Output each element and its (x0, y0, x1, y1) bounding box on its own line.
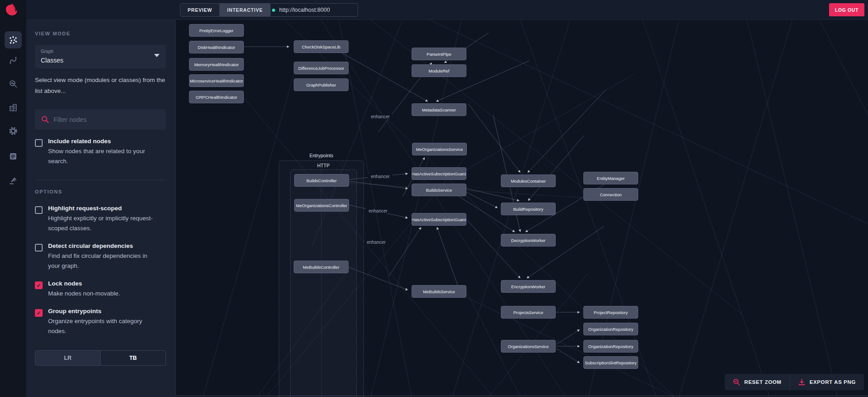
option-lock-nodes: ✓ Lock nodes Make nodes non-movable. (35, 279, 168, 299)
edge-label-enhancer: enhancer (366, 208, 390, 213)
graph-node[interactable]: GRPCHealthIndicator (189, 91, 244, 103)
logs-icon (9, 152, 18, 161)
option-detect-circular: Detect circular dependencies Find and fi… (35, 241, 168, 271)
graph-node[interactable]: BuildsController (294, 174, 349, 187)
options-heading: OPTIONS (35, 189, 63, 194)
graph-node[interactable]: Connection (583, 188, 638, 201)
graph-select-label: Graph (41, 49, 53, 54)
graph-node[interactable]: HasActiveSubscriptionGuard (412, 213, 466, 226)
option-title: Detect circular dependencies (48, 241, 158, 251)
graph-node[interactable]: MeBuildsController (294, 261, 349, 273)
reset-zoom-button[interactable]: RESET ZOOM (725, 374, 790, 390)
inspect-icon (9, 79, 18, 88)
graph-node[interactable]: ParseIntPipe (412, 48, 466, 60)
graph-node[interactable]: ProjectRepository (583, 306, 638, 319)
graph-node[interactable]: MetadataScanner (412, 103, 466, 116)
highlight-request-scoped-checkbox[interactable] (35, 206, 43, 214)
graph-node[interactable]: EntityManager (583, 172, 638, 184)
include-related-title: Include related nodes (48, 136, 152, 146)
graph-node[interactable]: DecryptionWorker (501, 234, 556, 247)
rail-item-inspect[interactable] (5, 75, 22, 92)
group-label-http: HTTP (290, 163, 357, 168)
rail-item-graph-view[interactable] (5, 31, 22, 48)
logout-button[interactable]: LOG OUT (829, 3, 864, 16)
canvas-controls: RESET ZOOM EXPORT AS PNG (725, 374, 864, 390)
icon-rail (0, 0, 26, 397)
graph-node[interactable]: MemoryHealthIndicator (189, 58, 244, 71)
graph-node[interactable]: ModuleRef (412, 64, 466, 77)
graph-node[interactable]: BuildRepository (501, 203, 556, 215)
graph-node[interactable]: DiskHealthIndicator (189, 41, 244, 53)
view-mode-hint: Select view mode (modules or classes) fr… (35, 75, 167, 97)
filter-nodes-input[interactable] (53, 116, 158, 123)
option-desc: Make nodes non-movable. (48, 289, 161, 299)
view-tabs: PREVIEW INTERACTIVE (180, 3, 271, 17)
include-related-checkbox[interactable] (35, 139, 43, 147)
option-highlight-request-scoped: Highlight request-scoped Highlight expli… (35, 203, 168, 233)
detect-circular-checkbox[interactable] (35, 244, 43, 252)
option-title: Lock nodes (48, 279, 161, 288)
layout-direction-toggle: LR TB (35, 350, 166, 366)
graph-canvas[interactable]: Entrypoints HTTP enhancer enhancer enhan… (176, 20, 868, 397)
option-desc: Find and fix circular dependencies in yo… (48, 251, 158, 271)
graph-node[interactable]: GraphPublisher (294, 78, 349, 91)
graph-node[interactable]: PrettyErrorLogger (189, 24, 244, 37)
graph-node[interactable]: HasActiveSubscriptionGuard (412, 167, 466, 180)
graph-node[interactable]: CheckDiskSpaceLib (294, 40, 349, 53)
graph-node[interactable]: MeOrganizationsController (294, 199, 349, 212)
graph-select-value: Classes (41, 57, 63, 64)
lock-nodes-checkbox[interactable]: ✓ (35, 281, 43, 289)
option-desc: Highlight explicitly or implicitly reque… (48, 213, 161, 233)
graph-node[interactable]: OrganizationsService (501, 340, 556, 353)
graph-node[interactable]: ProjectsService (501, 306, 556, 319)
graph-select[interactable]: Graph Classes (35, 45, 166, 68)
connection-status-dot (272, 9, 275, 12)
graph-node[interactable]: OrganizationRepository (583, 323, 638, 335)
rail-item-settings[interactable] (5, 122, 22, 140)
reset-zoom-label: RESET ZOOM (744, 379, 781, 385)
target-url-field[interactable]: http://localhost:8000 (266, 3, 358, 17)
option-group-entrypoints: ✓ Group entrypoints Organize entrypoints… (35, 306, 168, 336)
include-related-row: Include related nodes Show nodes that ar… (35, 136, 168, 166)
graph-node[interactable]: BuildsService (412, 184, 466, 196)
zoom-out-icon (733, 378, 740, 386)
graph-node[interactable]: SubscriptionSlotRepository (583, 356, 638, 369)
view-mode-heading: VIEW MODE (35, 31, 71, 36)
tab-preview[interactable]: PREVIEW (180, 4, 219, 16)
search-icon (41, 116, 49, 123)
rail-item-logs[interactable] (5, 148, 22, 165)
top-bar: PREVIEW INTERACTIVE http://localhost:800… (26, 0, 868, 20)
edge-label-enhancer: enhancer (368, 174, 393, 179)
organizations-icon (9, 103, 18, 112)
graph-node[interactable]: MicroserviceHealthIndicator (189, 74, 244, 87)
sidebar: VIEW MODE Graph Classes Select view mode… (26, 20, 176, 397)
graph-node[interactable]: EncryptionWorker (501, 280, 556, 293)
include-related-desc: Show nodes that are related to your sear… (48, 146, 152, 166)
edge-label-enhancer: enhancer (368, 114, 393, 119)
nestjs-logo (5, 3, 18, 18)
graph-node[interactable]: DifferenceJobProcessor (294, 62, 349, 74)
rail-item-routes[interactable] (5, 52, 22, 69)
group-label-entrypoints: Entrypoints (279, 153, 364, 158)
edge-label-enhancer: enhancer (364, 240, 388, 245)
direction-tb-button[interactable]: TB (100, 351, 165, 365)
routes-icon (9, 56, 18, 65)
rail-item-organizations[interactable] (5, 99, 22, 116)
canvas-bottom-scrollbar[interactable] (176, 396, 868, 396)
graph-view-icon (9, 35, 18, 44)
rail-item-audit[interactable] (5, 172, 22, 189)
direction-lr-button[interactable]: LR (35, 351, 100, 365)
export-png-button[interactable]: EXPORT AS PNG (790, 374, 864, 390)
graph-node[interactable]: ModulesContainer (501, 174, 556, 187)
graph-node[interactable]: MeBuildsService (412, 285, 466, 298)
graph-node[interactable]: OrganizationRepository (583, 340, 638, 353)
gear-icon (9, 126, 18, 136)
chevron-down-icon (154, 54, 160, 57)
tab-interactive[interactable]: INTERACTIVE (219, 4, 270, 16)
graph-node[interactable]: MeOrganizationsService (412, 143, 467, 155)
target-url: http://localhost:8000 (279, 7, 330, 13)
export-png-label: EXPORT AS PNG (810, 379, 856, 385)
option-title: Highlight request-scoped (48, 203, 161, 213)
group-entrypoints-checkbox[interactable]: ✓ (35, 309, 43, 317)
option-desc: Organize entrypoints with category nodes… (48, 316, 155, 336)
